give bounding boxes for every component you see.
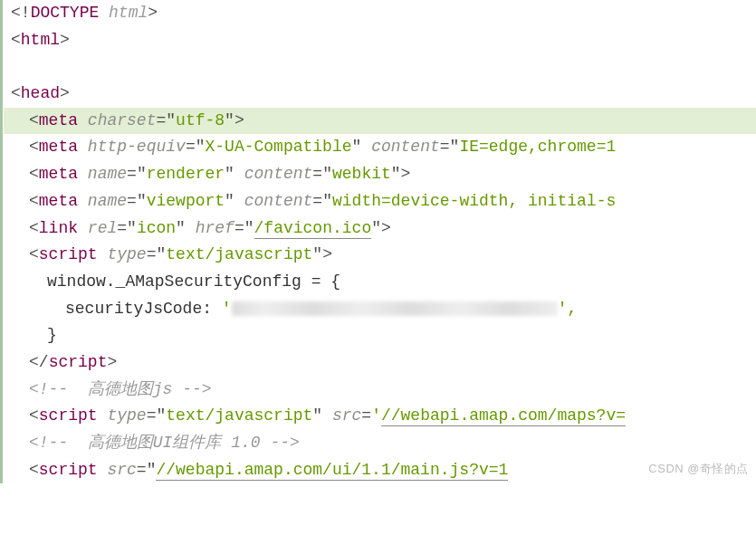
code-line: <meta name="renderer" content="webkit"> <box>4 161 756 188</box>
code-line: </script> <box>4 349 756 377</box>
watermark-text: CSDN @奇怪的点 <box>648 459 749 478</box>
code-line: <!DOCTYPE html> <box>4 0 756 27</box>
blank-line <box>4 53 756 81</box>
code-block: <!DOCTYPE html> <html> <head> <meta char… <box>0 0 756 483</box>
doctype-decl: ! <box>21 4 31 22</box>
comment-text: <!-- 高德地图UI组件库 1.0 --> <box>29 434 300 452</box>
js-text: window._AMapSecurityConfig = { <box>47 272 340 291</box>
code-line: <link rel="icon" href="/favicon.ico"> <box>4 215 756 243</box>
doctype-keyword: DOCTYPE <box>31 4 100 22</box>
src-value: //webapi.amap.com/maps?v= <box>381 406 626 426</box>
angle-open: < <box>11 4 21 22</box>
href-value: /favicon.ico <box>254 219 372 239</box>
angle-close: > <box>148 4 158 22</box>
code-line: <html> <box>4 27 756 54</box>
code-line: <script type="text/javascript"> <box>4 242 756 269</box>
code-line: <!-- 高德地图js --> <box>4 377 756 404</box>
code-line-highlighted: <meta charset="utf-8"> <box>4 108 756 135</box>
code-line: <script type="text/javascript" src='//we… <box>4 403 756 430</box>
js-key: securityJsCode <box>65 300 202 318</box>
obscured-secret <box>232 301 558 316</box>
tag-html: html <box>21 31 60 49</box>
doctype-value: html <box>109 4 148 22</box>
tag-meta: meta <box>39 111 78 129</box>
gutter-border <box>0 0 3 483</box>
code-line: <meta http-equiv="X-UA-Compatible" conte… <box>4 134 756 161</box>
code-line: <head> <box>4 81 756 108</box>
tag-script: script <box>39 245 98 263</box>
code-line: window._AMapSecurityConfig = { <box>4 269 756 296</box>
comment-text: <!-- 高德地图js --> <box>29 380 212 398</box>
code-line: <meta name="viewport" content="width=dev… <box>4 188 756 215</box>
src-value: //webapi.amap.com/ui/1.1/main.js?v=1 <box>156 461 508 481</box>
attr-name: charset <box>88 111 157 129</box>
attr-value: utf-8 <box>176 111 225 129</box>
tag-link: link <box>39 219 78 237</box>
code-line: <script src="//webapi.amap.com/ui/1.1/ma… <box>4 457 756 484</box>
code-line: <!-- 高德地图UI组件库 1.0 --> <box>4 430 756 457</box>
code-line: } <box>4 322 756 349</box>
tag-head: head <box>21 84 60 102</box>
code-line: securityJsCode: '', <box>4 296 756 323</box>
